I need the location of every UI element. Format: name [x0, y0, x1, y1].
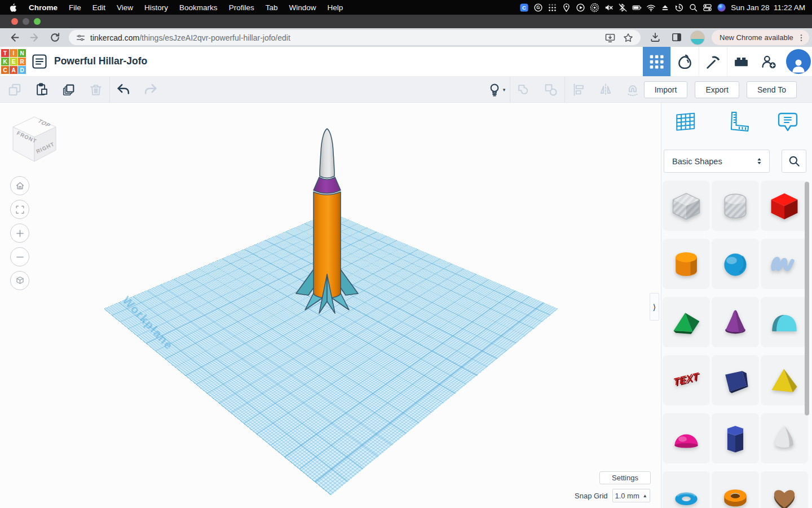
menu-item-profiles[interactable]: Profiles [223, 3, 260, 12]
rocket-fin-back-right[interactable] [338, 269, 358, 295]
shape-box[interactable] [761, 181, 808, 231]
share-invite-icon[interactable] [755, 47, 783, 76]
shape-cylinder-hole[interactable] [712, 181, 759, 231]
view-cube[interactable]: TOP FRONT RIGHT [10, 114, 60, 164]
mirror-icon[interactable] [592, 77, 619, 103]
google-circle-icon[interactable]: G [533, 3, 543, 12]
snap-grid-select[interactable]: 1.0 mm ▲ [612, 489, 650, 502]
menubar-clock[interactable]: Sun Jan 28 11:22 AM [731, 3, 805, 12]
redo-icon[interactable] [137, 77, 164, 103]
tab-bricks[interactable] [727, 47, 755, 76]
align-icon[interactable] [565, 77, 592, 103]
settings-button[interactable]: Settings [599, 471, 651, 484]
home-view-button[interactable] [10, 176, 29, 195]
forward-icon[interactable] [28, 30, 42, 45]
undo-icon[interactable] [110, 77, 137, 103]
shape-box-hole[interactable] [663, 181, 710, 231]
bluetooth-off-icon[interactable] [618, 3, 628, 12]
volume-muted-icon[interactable] [604, 3, 614, 12]
sidebar-scrollbar[interactable] [805, 182, 809, 415]
design-title[interactable]: Powerful Hillar-Jofo [54, 55, 147, 67]
tinkercad-logo[interactable]: TINKERCAD [1, 49, 27, 75]
user-avatar[interactable] [786, 49, 811, 74]
bookmark-star-icon[interactable] [623, 32, 634, 43]
perspective-button[interactable] [10, 271, 29, 290]
play-circle-icon[interactable] [576, 3, 585, 12]
minimize-window-button[interactable] [23, 18, 29, 25]
zoom-out-button[interactable] [10, 247, 29, 266]
wifi-icon[interactable] [646, 3, 656, 12]
shape-heart[interactable] [761, 471, 808, 508]
group-icon[interactable] [510, 77, 537, 103]
menu-item-file[interactable]: File [63, 3, 87, 12]
search-icon[interactable] [689, 3, 698, 12]
menu-item-history[interactable]: History [139, 3, 174, 12]
shape-torus[interactable] [663, 471, 710, 508]
downloads-icon[interactable] [650, 32, 661, 43]
sidebar-collapse-handle[interactable]: ⟩ [650, 293, 659, 321]
address-bar[interactable]: tinkercad.com/things/esJzeAI2qvr-powerfu… [69, 30, 641, 45]
delete-icon[interactable] [82, 77, 109, 103]
show-all-icon[interactable]: ▾ [483, 77, 510, 103]
shape-search-button[interactable] [782, 150, 806, 173]
time-machine-icon[interactable] [674, 3, 684, 12]
paste-icon[interactable] [28, 77, 55, 103]
design-menu-icon[interactable] [32, 54, 47, 69]
browser-profile-avatar[interactable] [690, 30, 705, 45]
duplicate-icon[interactable] [55, 77, 82, 103]
tab-circuits[interactable] [670, 47, 699, 76]
shape-sphere[interactable] [712, 239, 759, 289]
zoom-window-button[interactable] [34, 18, 41, 25]
control-center-icon[interactable] [703, 3, 712, 12]
rocket-fin-back-left[interactable] [296, 269, 316, 295]
zoom-in-button[interactable] [10, 224, 29, 243]
viewport-3d[interactable]: Workplane [0, 103, 661, 508]
chrome-dock-icon[interactable]: C [519, 3, 529, 12]
fit-view-button[interactable] [10, 200, 29, 219]
dots-grid-icon[interactable] [548, 3, 557, 12]
back-icon[interactable] [7, 30, 21, 45]
ruler-tool-icon[interactable] [724, 110, 750, 134]
install-app-icon[interactable] [604, 32, 616, 43]
ungroup-icon[interactable] [537, 77, 564, 103]
copy-icon[interactable] [1, 77, 28, 103]
shape-category-select[interactable]: Basic Shapes [664, 150, 770, 173]
siri-icon[interactable] [717, 3, 726, 12]
tab-3d-design[interactable] [643, 47, 670, 76]
browser-menu-icon[interactable] [797, 33, 806, 42]
shape-text[interactable]: TEXTTEXT [663, 355, 710, 405]
shape-wedge[interactable] [712, 355, 759, 405]
chrome-update-button[interactable]: New Chrome available [712, 30, 809, 45]
shape-scribble[interactable] [761, 239, 808, 289]
export-button[interactable]: Export [695, 81, 739, 98]
import-button[interactable]: Import [644, 81, 688, 98]
eject-icon[interactable] [660, 3, 670, 12]
battery-icon[interactable] [632, 3, 642, 12]
rocket-band[interactable] [314, 177, 341, 194]
menu-item-tab[interactable]: Tab [260, 3, 284, 12]
send-to-button[interactable]: Send To [747, 81, 797, 98]
shape-pyramid[interactable] [761, 355, 808, 405]
shape-paraboloid[interactable] [761, 413, 808, 463]
shape-round-roof[interactable] [761, 297, 808, 347]
close-window-button[interactable] [11, 18, 18, 25]
menu-item-edit[interactable]: Edit [87, 3, 111, 12]
snap-icon[interactable] [619, 77, 646, 103]
site-settings-icon[interactable] [76, 33, 86, 43]
shape-half-sphere[interactable] [663, 413, 710, 463]
workplane-tool-icon[interactable] [673, 110, 699, 134]
menu-item-window[interactable]: Window [283, 3, 321, 12]
shape-roof[interactable] [663, 297, 710, 347]
menu-item-help[interactable]: Help [321, 3, 348, 12]
recording-rings-icon[interactable] [590, 3, 599, 12]
notes-tool-icon[interactable] [775, 110, 801, 134]
dropdown-caret-icon[interactable]: ▾ [503, 87, 506, 93]
shape-polygon[interactable] [712, 413, 759, 463]
menu-item-bookmarks[interactable]: Bookmarks [174, 3, 223, 12]
apple-menu-icon[interactable] [9, 3, 19, 12]
location-pin-icon[interactable] [562, 3, 571, 12]
shape-cone[interactable] [712, 297, 759, 347]
rocket-model[interactable] [273, 123, 386, 315]
menu-item-view[interactable]: View [111, 3, 139, 12]
side-panel-icon[interactable] [671, 32, 682, 43]
